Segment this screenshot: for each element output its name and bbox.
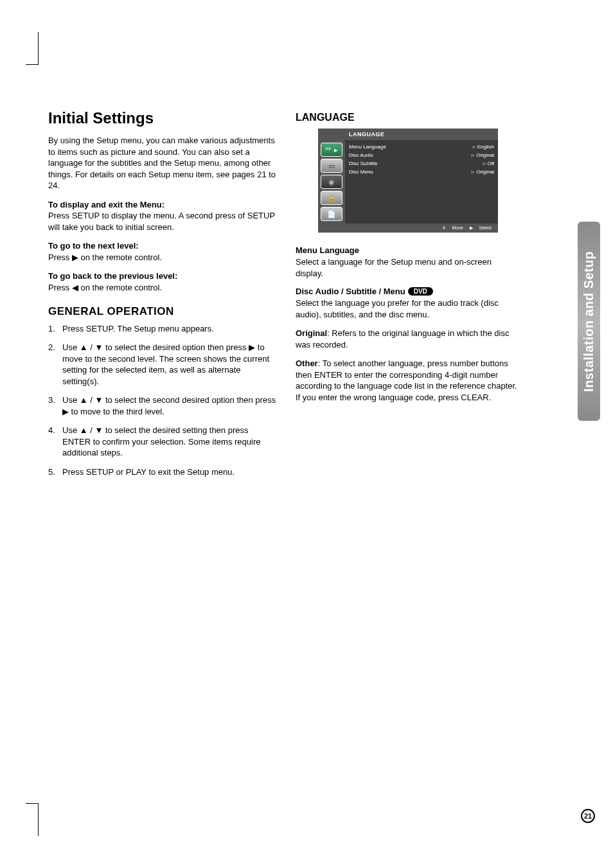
general-operation-heading: GENERAL OPERATION: [48, 305, 276, 318]
list-item: 5.Press SETUP or PLAY to exit the Setup …: [48, 466, 276, 478]
steps-list: 1.Press SETUP. The Setup menu appears. 2…: [48, 323, 276, 478]
menu-shot-title: LANGUAGE: [318, 128, 498, 140]
right-column: LANGUAGE LANGUAGE ᴬᵇ ▸ ▭ ◉ 🔒 📄 Menu Lang…: [296, 109, 520, 486]
menu-row-label: Disc Menu: [349, 169, 373, 175]
setup-menu-screenshot: LANGUAGE ᴬᵇ ▸ ▭ ◉ 🔒 📄 Menu LanguageEngli…: [318, 128, 498, 233]
intro-paragraph: By using the Setup menu, you can make va…: [48, 135, 276, 191]
audio-icon: ◉: [321, 175, 342, 189]
menu-rows: Menu LanguageEnglish Disc AudioOriginal …: [345, 140, 498, 224]
page-title: Initial Settings: [48, 109, 276, 127]
display-exit-body: Press SETUP to display the menu. A secon…: [48, 211, 275, 232]
prev-level-block: To go back to the previous level: Press …: [48, 270, 276, 293]
page-number: 21: [581, 809, 595, 823]
list-item: 4.Use ▲ / ▼ to select the desired settin…: [48, 425, 276, 459]
next-level-body: Press ▶ on the remote control.: [48, 252, 162, 262]
dvd-badge: DVD: [408, 287, 433, 296]
language-heading: LANGUAGE: [296, 112, 520, 123]
menu-row-label: Menu Language: [349, 144, 386, 150]
list-item: 3.Use ▲ / ▼ to select the second desired…: [48, 394, 276, 417]
step-text: Use ▲ / ▼ to select the desired option t…: [62, 342, 276, 387]
display-exit-block: To display and exit the Menu: Press SETU…: [48, 199, 276, 233]
other-paragraph: Other: To select another language, press…: [296, 358, 520, 403]
step-text: Use ▲ / ▼ to select the desired setting …: [62, 425, 276, 459]
left-column: Initial Settings By using the Setup menu…: [48, 109, 276, 486]
step-text: Press SETUP. The Setup menu appears.: [62, 323, 276, 335]
next-level-head: To go to the next level:: [48, 241, 139, 251]
disc-audio-body: Select the language you prefer for the a…: [296, 297, 520, 320]
display-exit-head: To display and exit the Menu:: [48, 200, 164, 209]
lock-icon: 🔒: [321, 191, 342, 205]
menu-row-label: Disc Subtitle: [349, 161, 377, 166]
section-tab-label: Installation and Setup: [582, 251, 596, 392]
prev-level-head: To go back to the previous level:: [48, 271, 177, 281]
original-paragraph: Original: Refers to the original languag…: [296, 328, 520, 350]
step-text: Use ▲ / ▼ to select the second desired o…: [62, 394, 276, 417]
section-side-tab: Installation and Setup: [578, 222, 600, 421]
other-icon: 📄: [321, 207, 342, 221]
step-text: Press SETUP or PLAY to exit the Setup me…: [62, 466, 276, 478]
menu-footer: ⇕ Move ▶ Select: [318, 224, 498, 233]
menu-row-value: Off: [483, 161, 494, 166]
list-item: 1.Press SETUP. The Setup menu appears.: [48, 323, 276, 335]
menu-row-value: Original: [471, 169, 494, 175]
menu-row-label: Disc Audio: [349, 152, 373, 158]
disc-audio-head: Disc Audio / Subtitle / Menu DVD: [296, 287, 520, 296]
menu-language-head: Menu Language: [296, 245, 520, 255]
menu-row-value: English: [472, 144, 494, 150]
next-level-block: To go to the next level: Press ▶ on the …: [48, 240, 276, 263]
menu-icon-column: ᴬᵇ ▸ ▭ ◉ 🔒 📄: [318, 140, 345, 224]
display-icon: ▭: [321, 159, 342, 173]
prev-level-body: Press ◀ on the remote control.: [48, 283, 162, 292]
page-content: Initial Settings By using the Setup menu…: [0, 0, 613, 868]
language-icon: ᴬᵇ ▸: [321, 143, 342, 157]
menu-language-body: Select a language for the Setup menu and…: [296, 256, 520, 279]
list-item: 2.Use ▲ / ▼ to select the desired option…: [48, 342, 276, 387]
menu-row-value: Original: [471, 152, 494, 158]
